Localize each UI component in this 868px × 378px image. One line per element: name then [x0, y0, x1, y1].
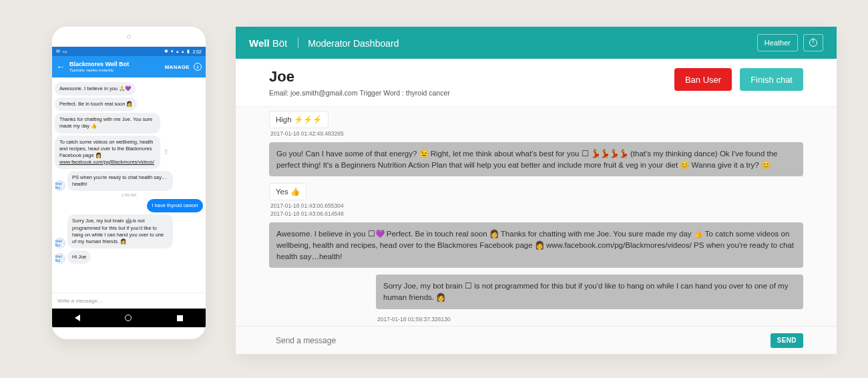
- user-bubble: Yes 👍: [269, 183, 306, 200]
- signal-icon-2: ▴: [182, 49, 184, 54]
- dashboard-composer: SEND: [236, 326, 837, 354]
- notification-icon: ▭: [63, 49, 67, 54]
- dashboard-topbar: Well Böt Moderator Dashboard Heather: [236, 27, 837, 59]
- bot-message: Sorry Joe, my bot brain 🤖 is not program…: [67, 214, 173, 248]
- messenger-composer[interactable]: Write a message…: [52, 293, 206, 309]
- bot-message: PS when you're ready to chat health say……: [67, 171, 173, 191]
- bluetooth-icon: ✱: [164, 49, 168, 54]
- finish-chat-button[interactable]: Finish chat: [740, 68, 803, 91]
- messenger-header: ← Blackmores Well Bot Typically replies …: [52, 56, 206, 77]
- phone-mock: ✉ ▭ ✱ ▾ ▴ ▴ ▮ 2:02 ← Blackmores Well Bot…: [52, 27, 206, 339]
- user-message: I have thyroid cancer: [147, 199, 203, 212]
- status-time: 2:02: [192, 49, 202, 54]
- user-meta: Email: joe.smith@gmail.com Trigger Word …: [269, 89, 450, 97]
- timestamp: 2017-01-18 01:42:49.483265: [270, 130, 803, 137]
- moderator-dashboard: Well Böt Moderator Dashboard Heather Joe…: [236, 27, 837, 354]
- link[interactable]: www.facebook.com/pg/Blackmores/videos/: [59, 159, 154, 165]
- brand: Well Böt Moderator Dashboard: [249, 37, 399, 49]
- bot-message: Hi Joe: [67, 250, 91, 264]
- bot-bubble: Sorry Joe, my bot brain ☐ is not program…: [376, 274, 803, 309]
- signal-icon: ▴: [176, 49, 179, 54]
- bot-avatar: Well Bot: [55, 180, 65, 191]
- timestamp: 2017-01-18 01:43:00.655304: [270, 202, 803, 209]
- wifi-icon: ▾: [171, 49, 174, 54]
- composer-placeholder: Write a message…: [57, 298, 103, 304]
- logout-button[interactable]: [803, 34, 823, 51]
- share-icon[interactable]: ⇪: [163, 148, 169, 156]
- timestamp: 2017-01-18 01:59:37.326130: [377, 316, 803, 323]
- nav-recents-icon[interactable]: [177, 315, 183, 321]
- android-nav-bar: [52, 309, 206, 327]
- ban-user-button[interactable]: Ban User: [674, 68, 732, 91]
- message-input[interactable]: [276, 336, 763, 345]
- android-status-bar: ✉ ▭ ✱ ▾ ▴ ▴ ▮ 2:02: [52, 47, 206, 56]
- back-icon[interactable]: ←: [56, 61, 65, 72]
- bot-message: To catch some videos on wellbeing, healt…: [55, 136, 160, 170]
- power-icon: [809, 39, 817, 47]
- info-icon[interactable]: i: [194, 63, 202, 71]
- bot-message: Thanks for chatting with me Joe. You sur…: [55, 113, 160, 133]
- chat-title: Blackmores Well Bot: [69, 61, 161, 68]
- bot-bubble: Go you! Can I have some of that energy? …: [269, 142, 803, 176]
- bot-bubble: Awesome. I believe in you ☐💜 Perfect. Be…: [269, 222, 803, 268]
- user-bubble: High ⚡⚡⚡: [269, 111, 329, 128]
- nav-back-icon[interactable]: [75, 315, 80, 321]
- timestamp: 1:59 AM: [55, 193, 203, 197]
- messenger-icon: ✉: [56, 49, 60, 54]
- battery-icon: ▮: [187, 49, 190, 54]
- conversation-header: Joe Email: joe.smith@gmail.com Trigger W…: [236, 59, 837, 107]
- user-menu[interactable]: Heather: [757, 34, 798, 51]
- bot-avatar: Well Bot: [55, 238, 65, 248]
- manage-button[interactable]: MANAGE: [165, 64, 190, 70]
- chat-subtitle: Typically replies instantly: [69, 68, 161, 73]
- messenger-body[interactable]: Awesome. I believe in you 🙏💜 Perfect. Be…: [52, 77, 206, 293]
- nav-home-icon[interactable]: [125, 315, 132, 321]
- send-button[interactable]: SEND: [771, 333, 803, 348]
- user-name: Joe: [269, 68, 450, 85]
- bot-message: Awesome. I believe in you 🙏💜: [55, 82, 136, 96]
- bot-avatar: Well Bot: [55, 253, 65, 264]
- page-title: Moderator Dashboard: [308, 38, 399, 49]
- bot-message: Perfect. Be in touch real soon 👩: [55, 98, 137, 111]
- timestamp: 2017-01-18 01:43:06.614548: [270, 210, 803, 217]
- conversation-feed[interactable]: High ⚡⚡⚡ 2017-01-18 01:42:49.483265 Go y…: [236, 107, 837, 326]
- phone-speaker: [52, 27, 206, 47]
